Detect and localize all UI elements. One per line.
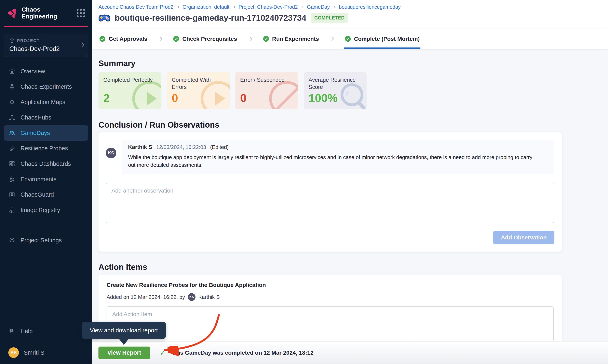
sidebar-item-resilience-probes[interactable]: Resilience Probes: [4, 141, 88, 156]
sidebar-item-overview[interactable]: Overview: [4, 64, 88, 79]
sidebar-item-label: GameDays: [21, 130, 50, 136]
sidebar-item-project-settings[interactable]: Project Settings: [4, 233, 88, 248]
action-item-input[interactable]: [106, 306, 554, 342]
content-area: Summary Completed Perfectly 2 Completed …: [92, 49, 608, 364]
card-error-suspended: Error / Suspended 0: [235, 72, 298, 109]
status-badge: COMPLETED: [311, 13, 348, 23]
completion-status-text: This GameDay was completed on 12 Mar 202…: [172, 350, 314, 356]
breadcrumb-account[interactable]: Account: Chaos Dev Team Prod2: [98, 4, 173, 10]
page-header: Account: Chaos Dev Team Prod2 Organizati…: [92, 0, 608, 29]
action-item-meta-prefix: Added on 12 Mar 2024, 16:22, by: [106, 294, 185, 300]
card-label: Completed With Errors: [172, 77, 225, 91]
breadcrumb-organization[interactable]: Organization: default: [183, 4, 229, 10]
sidebar-item-chaosguard[interactable]: ChaosGuard: [4, 187, 88, 202]
gear-icon: [8, 237, 16, 244]
breadcrumb-gameday[interactable]: GameDay: [307, 4, 330, 10]
chevron-right-icon: [177, 6, 179, 8]
check-icon: ✓: [160, 349, 166, 357]
sidebar-item-image-registry[interactable]: Image Registry: [4, 202, 88, 218]
summary-heading: Summary: [98, 59, 608, 68]
breadcrumb-current[interactable]: boutiqueresiliencegameday: [339, 4, 400, 10]
gameday-stepper: Get Approvals Check Prerequisites Run Ex…: [92, 29, 608, 49]
comment-timestamp: 12/03/2024, 16:22:03: [156, 144, 206, 150]
step-label: Run Experiments: [272, 36, 319, 42]
hexagons-icon: [8, 176, 16, 183]
product-title: Chaos Engineering: [22, 6, 73, 20]
summary-cards: Completed Perfectly 2 Completed With Err…: [98, 72, 608, 109]
card-completed-with-errors: Completed With Errors 0: [167, 72, 230, 109]
check-circle-icon: [345, 36, 351, 42]
image-registry-icon: [8, 206, 16, 214]
card-average-resilience-score: Average Resilience Score 100%: [304, 72, 367, 109]
check-circle-icon: [173, 36, 179, 42]
step-separator: [330, 29, 333, 49]
cube-icon: [9, 38, 15, 43]
project-label: PROJECT: [17, 38, 40, 43]
sidebar-item-label: Overview: [21, 68, 45, 75]
app-root: Chaos Engineering PROJECT Chaos-Dev-Prod…: [0, 0, 608, 364]
add-observation-button[interactable]: Add Observation: [493, 231, 555, 244]
step-run-experiments[interactable]: Run Experiments: [262, 29, 320, 49]
network-icon: [8, 114, 16, 121]
chevron-right-icon: [233, 6, 235, 8]
step-label: Complete (Post Mortem): [354, 36, 420, 42]
sidebar-item-label: Chaos Experiments: [21, 83, 72, 90]
sidebar-nav: Overview Chaos Experiments Application M…: [0, 64, 92, 218]
comment-avatar: KS: [106, 148, 116, 158]
action-item-avatar: KS: [188, 293, 196, 301]
card-label: Completed Perfectly: [103, 77, 157, 84]
user-menu[interactable]: SS Smriti S: [4, 345, 88, 360]
sidebar-item-label: Image Registry: [21, 207, 60, 213]
sidebar-item-label: Chaos Dashboards: [21, 160, 71, 167]
flask-icon: [8, 83, 16, 90]
project-selector[interactable]: PROJECT Chaos-Dev-Prod2: [4, 34, 88, 57]
sidebar-item-environments[interactable]: Environments: [4, 171, 88, 187]
step-check-prerequisites[interactable]: Check Prerequisites: [172, 29, 238, 49]
users-icon: [8, 129, 16, 137]
app-switcher-icon[interactable]: [77, 9, 85, 17]
help-chat-icon: ?: [8, 327, 16, 335]
card-completed-perfectly: Completed Perfectly 2: [98, 72, 161, 109]
svg-text:?: ?: [11, 329, 12, 332]
dashboard-grid-icon: [8, 160, 16, 167]
comment-text: While the boutique app deployment is lar…: [128, 154, 534, 169]
sidebar-item-gamedays[interactable]: GameDays: [4, 125, 88, 141]
user-name: Smriti S: [24, 349, 44, 356]
step-separator: [159, 29, 162, 49]
action-items-card: Create New Resilience Probes for the Bou…: [98, 274, 562, 348]
breadcrumb: Account: Chaos Dev Team Prod2 Organizati…: [98, 4, 602, 10]
comment-author: Karthik S: [128, 144, 152, 150]
chevron-right-icon: [301, 6, 304, 8]
help-label: Help: [21, 328, 33, 335]
step-label: Get Approvals: [109, 36, 147, 42]
test-tube-icon: [8, 145, 16, 152]
sidebar-header: Chaos Engineering: [0, 0, 92, 26]
card-value: 0: [240, 91, 293, 104]
user-avatar: SS: [8, 347, 19, 358]
sidebar-item-application-maps[interactable]: Application Maps: [4, 94, 88, 110]
sidebar-item-label: Application Maps: [21, 99, 65, 105]
card-value: 100%: [309, 91, 362, 104]
card-label: Average Resilience Score: [309, 77, 362, 91]
chevron-right-icon: [333, 6, 336, 8]
gamepad-icon: [98, 13, 110, 23]
step-complete-post-mortem[interactable]: Complete (Post Mortem): [344, 29, 421, 49]
harness-chaos-logo-icon: [7, 8, 17, 18]
sidebar-item-label: Environments: [21, 176, 56, 182]
sidebar-divider: [4, 227, 88, 227]
breadcrumb-project[interactable]: Project: Chaos-Dev-Prod2: [238, 4, 298, 10]
sidebar-item-label: ChaosGuard: [21, 191, 54, 198]
accent-divider: [4, 26, 88, 27]
sidebar-item-chaos-experiments[interactable]: Chaos Experiments: [4, 79, 88, 94]
step-get-approvals[interactable]: Get Approvals: [98, 29, 148, 49]
observation-input[interactable]: [106, 182, 555, 223]
project-name: Chaos-Dev-Prod2: [9, 45, 83, 52]
sidebar-item-chaos-dashboards[interactable]: Chaos Dashboards: [4, 156, 88, 171]
help-button[interactable]: ? Help: [4, 324, 88, 339]
view-report-button[interactable]: View Report: [98, 347, 150, 359]
step-separator: [249, 29, 251, 49]
page-title: boutique-resilience-gameday-run-17102407…: [115, 13, 306, 23]
action-item-title: Create New Resilience Probes for the Bou…: [106, 282, 554, 288]
sidebar-item-chaoshubs[interactable]: ChaosHubs: [4, 110, 88, 125]
action-item-meta: Added on 12 Mar 2024, 16:22, by KS Karth…: [106, 293, 554, 301]
